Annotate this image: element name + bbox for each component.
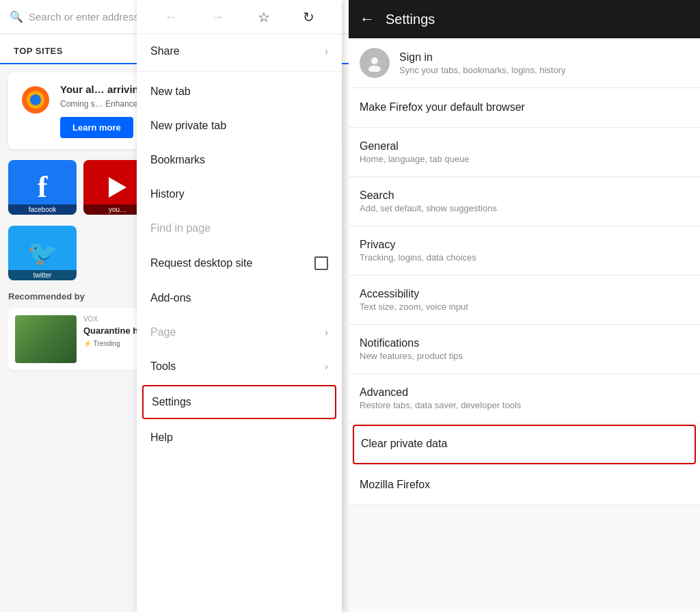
menu-item-settings[interactable]: Settings <box>142 385 336 419</box>
menu-item-page[interactable]: Page › <box>137 315 342 349</box>
forward-button[interactable]: → <box>204 6 231 27</box>
default-browser-title: Make Firefox your default browser <box>360 101 525 114</box>
notifications-title: Notifications <box>360 337 463 349</box>
accessibility-title: Accessibility <box>360 288 468 300</box>
search-title: Search <box>360 189 497 202</box>
mozilla-firefox-title: Mozilla Firefox <box>360 479 430 491</box>
search-icon: 🔍 <box>10 10 23 23</box>
site-tile-facebook[interactable]: f facebook <box>8 160 77 215</box>
browser-panel: 🔍 Search or enter address TOP SITES Your… <box>0 0 349 612</box>
facebook-label: facebook <box>8 204 77 215</box>
menu-item-request-desktop[interactable]: Request desktop site <box>137 245 342 281</box>
notifications-subtitle: New features, product tips <box>360 351 463 361</box>
search-placeholder[interactable]: Search or enter address <box>29 11 139 23</box>
general-title: General <box>360 140 469 152</box>
tools-chevron-icon: › <box>325 361 328 372</box>
dropdown-toolbar: ← → ☆ ↻ <box>137 0 342 34</box>
request-desktop-checkbox[interactable] <box>314 256 328 270</box>
page-chevron-icon: › <box>325 327 328 338</box>
settings-item-privacy[interactable]: Privacy Tracking, logins, data choices <box>349 226 700 276</box>
menu-item-history[interactable]: History <box>137 177 342 211</box>
menu-item-share[interactable]: Share › <box>137 34 342 68</box>
settings-item-advanced[interactable]: Advanced Restore tabs, data saver, devel… <box>349 374 700 423</box>
menu-item-tools[interactable]: Tools › <box>137 349 342 384</box>
settings-item-clear-private-data[interactable]: Clear private data <box>353 425 696 464</box>
facebook-logo-icon: f <box>38 172 48 202</box>
news-thumbnail <box>15 315 77 363</box>
sign-in-subtitle: Sync your tabs, bookmarks, logins, histo… <box>399 65 689 75</box>
settings-header: ← Settings <box>349 0 700 38</box>
clear-private-data-title: Clear private data <box>361 438 447 450</box>
advanced-title: Advanced <box>360 386 521 399</box>
sign-in-title: Sign in <box>399 51 689 64</box>
person-icon <box>360 48 390 78</box>
firefox-logo-icon <box>19 83 52 116</box>
settings-item-sign-in[interactable]: Sign in Sync your tabs, bookmarks, login… <box>349 38 700 88</box>
site-tile-twitter[interactable]: 🐦 twitter <box>8 226 77 280</box>
share-chevron-icon: › <box>325 46 328 57</box>
settings-panel: ← Settings Sign in Sync your tabs, bookm… <box>349 0 700 612</box>
firefox-learn-more-button[interactable]: Learn more <box>60 117 133 138</box>
accessibility-subtitle: Text size, zoom, voice input <box>360 302 468 312</box>
divider <box>137 71 342 72</box>
svg-point-3 <box>371 57 378 64</box>
general-subtitle: Home, language, tab queue <box>360 154 469 164</box>
twitter-label: twitter <box>8 270 77 280</box>
news-thumb-image <box>15 315 77 363</box>
menu-item-find-in-page[interactable]: Find in page <box>137 211 342 245</box>
menu-item-new-private-tab[interactable]: New private tab <box>137 109 342 143</box>
menu-item-help[interactable]: Help <box>137 421 342 455</box>
dropdown-menu: ← → ☆ ↻ Share › New tab New private tab … <box>137 0 342 612</box>
settings-title: Settings <box>386 12 435 27</box>
settings-back-button[interactable]: ← <box>360 10 375 28</box>
settings-item-notifications[interactable]: Notifications New features, product tips <box>349 325 700 374</box>
settings-item-default-browser[interactable]: Make Firefox your default browser <box>349 88 700 128</box>
back-button[interactable]: ← <box>157 6 185 27</box>
youtube-play-icon <box>109 177 126 198</box>
svg-point-2 <box>30 94 41 105</box>
search-subtitle: Add, set default, show suggestions <box>360 203 497 213</box>
bookmark-button[interactable]: ☆ <box>251 6 277 28</box>
twitter-bird-icon: 🐦 <box>27 239 58 267</box>
settings-item-general[interactable]: General Home, language, tab queue <box>349 128 700 177</box>
reload-button[interactable]: ↻ <box>296 6 321 28</box>
settings-list: Sign in Sync your tabs, bookmarks, login… <box>349 38 700 505</box>
privacy-title: Privacy <box>360 239 476 251</box>
advanced-subtitle: Restore tabs, data saver, developer tool… <box>360 400 521 410</box>
privacy-subtitle: Tracking, logins, data choices <box>360 252 476 263</box>
svg-point-4 <box>368 66 381 72</box>
settings-item-accessibility[interactable]: Accessibility Text size, zoom, voice inp… <box>349 276 700 325</box>
menu-item-add-ons[interactable]: Add-ons <box>137 281 342 315</box>
settings-item-search[interactable]: Search Add, set default, show suggestion… <box>349 177 700 226</box>
tab-top-sites[interactable]: TOP SITES <box>0 39 77 64</box>
menu-item-new-tab[interactable]: New tab <box>137 75 342 109</box>
menu-item-bookmarks[interactable]: Bookmarks <box>137 143 342 177</box>
settings-item-mozilla-firefox[interactable]: Mozilla Firefox <box>349 466 700 505</box>
